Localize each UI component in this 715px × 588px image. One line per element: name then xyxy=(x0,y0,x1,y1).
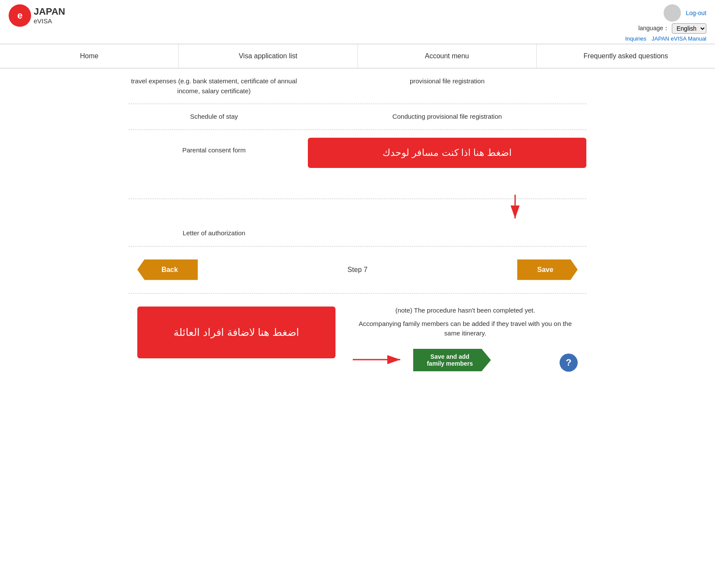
accompanying-text: Accompanying family members can be added… xyxy=(353,319,578,338)
main-content: travel expenses (e.g. bank statement, ce… xyxy=(120,69,595,385)
nav-faq[interactable]: Frequently asked questions xyxy=(537,44,715,68)
row-label: Letter of authorization xyxy=(129,228,299,238)
top-links: Inquiries JAPAN eVISA Manual xyxy=(625,35,706,42)
row-label: Parental consent form xyxy=(129,138,299,155)
family-members-tooltip[interactable]: اضغط هنا لاضافة افراد العائلة xyxy=(137,307,335,358)
arrow-family-svg xyxy=(353,349,405,370)
row-value: Conducting provisional file registration xyxy=(308,112,586,122)
inquiries-link[interactable]: Inquiries xyxy=(625,35,646,42)
row-value: provisional file registration xyxy=(308,76,586,86)
row-value: اضغط هنا اذا كنت مسافر لوحدك xyxy=(308,138,586,168)
family-tooltip-area: اضغط هنا لاضافة افراد العائلة xyxy=(137,307,335,358)
help-icon: ? xyxy=(566,357,571,368)
authorization-row: Letter of authorization xyxy=(129,221,586,247)
row-label: travel expenses (e.g. bank statement, ce… xyxy=(129,76,299,96)
step-row: Back Step 7 Save xyxy=(129,247,586,294)
step-label: Step 7 xyxy=(348,266,367,274)
save-family-label: Save and addfamily members xyxy=(427,353,473,367)
note-text: (note) The procedure hasn't been complet… xyxy=(353,307,578,314)
top-right-area: Log-out language： English Inquiries JAPA… xyxy=(625,4,706,42)
nav-bar: Home Visa application list Account menu … xyxy=(0,44,715,69)
avatar xyxy=(664,4,681,22)
manual-link[interactable]: JAPAN eVISA Manual xyxy=(652,35,706,42)
parental-consent-row: Parental consent form اضغط هنا اذا كنت م… xyxy=(129,130,586,199)
row-label: Schedule of stay xyxy=(129,112,299,122)
table-row: travel expenses (e.g. bank statement, ce… xyxy=(129,69,586,104)
solo-traveler-tooltip[interactable]: اضغط هنا اذا كنت مسافر لوحدك xyxy=(308,138,586,168)
bottom-right-area: (note) The procedure hasn't been complet… xyxy=(353,307,578,372)
save-button[interactable]: Save xyxy=(517,259,578,280)
svg-text:e: e xyxy=(17,10,22,21)
save-family-area: Save and addfamily members ? xyxy=(353,349,578,372)
language-select[interactable]: English xyxy=(672,23,706,34)
arrow-family xyxy=(353,349,405,372)
table-row: Schedule of stay Conducting provisional … xyxy=(129,104,586,130)
bottom-section: اضغط هنا لاضافة افراد العائلة (note) The… xyxy=(129,294,586,385)
nav-visa-application-list[interactable]: Visa application list xyxy=(179,44,358,68)
save-family-button[interactable]: Save and addfamily members xyxy=(413,349,491,371)
language-selector[interactable]: language： English xyxy=(638,23,706,34)
back-button[interactable]: Back xyxy=(137,259,198,280)
logo-area: e JAPAN eVISA xyxy=(9,4,65,27)
nav-home[interactable]: Home xyxy=(0,44,179,68)
logo-evisa: eVISA xyxy=(34,17,65,25)
logo-japan: JAPAN xyxy=(34,6,65,17)
nav-account-menu[interactable]: Account menu xyxy=(358,44,537,68)
help-button[interactable]: ? xyxy=(560,354,578,372)
language-label: language： xyxy=(638,25,669,32)
logout-link[interactable]: Log-out xyxy=(686,9,706,16)
header: e JAPAN eVISA Log-out language： English … xyxy=(0,0,715,44)
logo-icon: e xyxy=(9,4,31,27)
